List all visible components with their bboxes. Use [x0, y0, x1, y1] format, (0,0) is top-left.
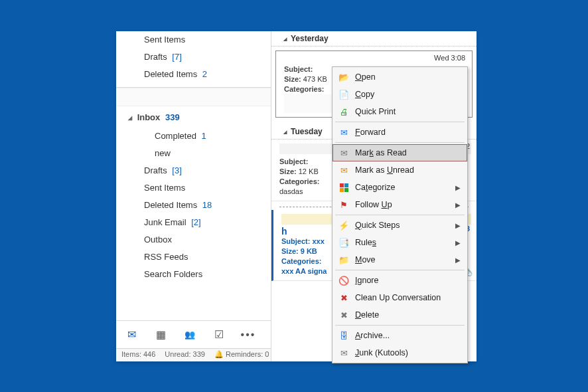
menu-markunread[interactable]: ✉Mark as Unread — [332, 161, 467, 179]
rules-icon: 📑 — [336, 238, 351, 248]
message-time: Wed 3:08 — [434, 54, 465, 62]
folder-item[interactable]: Sent Items — [116, 179, 271, 197]
menu-label: Quick Print — [351, 107, 461, 116]
menu-separator — [335, 325, 465, 326]
delete-icon: ✖ — [336, 310, 351, 320]
folder-count: 339 — [165, 112, 180, 122]
more-icon[interactable]: ••• — [240, 326, 257, 343]
menu-archive[interactable]: 🗄Archive... — [332, 327, 467, 344]
status-items: Items: 446 — [121, 350, 155, 360]
status-reminders: 🔔 Reminders: 0 — [214, 350, 269, 360]
folder-list: Sent ItemsDrafts [7]Deleted Items 2 Inbo… — [116, 31, 271, 320]
menu-label: Clean Up Conversation — [351, 293, 461, 302]
menu-separator — [335, 215, 465, 215]
submenu-arrow-icon: ▶ — [455, 201, 461, 209]
menu-label: Follow Up — [351, 200, 455, 209]
archive-icon: 🗄 — [336, 331, 351, 341]
menu-label: Forward — [351, 128, 461, 137]
folder-count: [7] — [170, 52, 182, 62]
status-bar: Items: 446 Unread: 339 🔔 Reminders: 0 — [116, 348, 271, 361]
folder-count: 18 — [200, 200, 212, 210]
menu-print[interactable]: 🖨Quick Print — [332, 103, 467, 120]
cleanup-icon: ✖ — [336, 293, 351, 303]
menu-label: Rules — [351, 238, 455, 247]
menu-markread[interactable]: ✉Mark as Read — [332, 144, 467, 161]
submenu-arrow-icon: ▶ — [455, 222, 461, 229]
mail-icon[interactable]: ✉ — [123, 326, 140, 343]
folder-item[interactable]: Deleted Items 2 — [116, 66, 271, 83]
folder-inbox[interactable]: Inbox 339 — [116, 109, 271, 128]
folder-label: Drafts — [144, 165, 167, 175]
folder-label: Junk Email — [144, 217, 186, 227]
menu-junk[interactable]: ✉Junk (Kutools) — [332, 344, 467, 361]
folder-pane: Sent ItemsDrafts [7]Deleted Items 2 Inbo… — [116, 31, 271, 361]
folder-label: Search Folders — [144, 269, 202, 279]
folder-item[interactable]: Sent Items — [116, 31, 271, 49]
categorize-icon — [336, 183, 351, 192]
menu-label: Archive... — [351, 331, 461, 340]
markunread-icon: ✉ — [336, 165, 351, 175]
calendar-icon[interactable]: ▦ — [152, 326, 169, 343]
folder-label: Outbox — [144, 235, 172, 245]
folder-item[interactable]: Drafts [7] — [116, 49, 271, 66]
menu-rules[interactable]: 📑Rules▶ — [332, 234, 467, 251]
menu-label: Quick Steps — [351, 221, 455, 230]
folder-item[interactable]: Search Folders — [116, 266, 271, 283]
folder-label: Sent Items — [144, 35, 185, 45]
submenu-arrow-icon: ▶ — [455, 256, 461, 264]
group-yesterday[interactable]: Yesterday — [271, 31, 477, 47]
folder-label: Deleted Items — [144, 200, 197, 210]
folder-item[interactable]: Drafts [3] — [116, 162, 271, 179]
markread-icon: ✉ — [336, 148, 351, 158]
status-unread: Unread: 339 — [165, 350, 205, 360]
folder-count: 2 — [200, 69, 207, 79]
menu-followup[interactable]: ⚑Follow Up▶ — [332, 196, 467, 213]
move-icon: 📁 — [336, 255, 351, 265]
people-icon[interactable]: 👥 — [181, 326, 198, 343]
folder-item[interactable]: Junk Email [2] — [116, 214, 271, 231]
folder-item[interactable]: Outbox — [116, 231, 271, 248]
folder-label: Drafts — [144, 52, 167, 62]
menu-move[interactable]: 📁Move▶ — [332, 251, 467, 268]
menu-separator — [335, 270, 465, 270]
folder-item[interactable]: Completed 1 — [116, 128, 271, 145]
forward-icon: ✉ — [336, 128, 351, 138]
menu-separator — [335, 142, 465, 143]
menu-label: Junk (Kutools) — [351, 348, 461, 357]
menu-categorize[interactable]: Categorize▶ — [332, 179, 467, 196]
context-menu: 📂Open📄Copy🖨Quick Print✉Forward✉Mark as R… — [332, 66, 468, 363]
followup-icon: ⚑ — [336, 200, 351, 210]
folder-count: 1 — [199, 131, 206, 141]
folder-label: Sent Items — [144, 183, 185, 193]
menu-copy[interactable]: 📄Copy — [332, 86, 467, 103]
menu-open[interactable]: 📂Open — [332, 68, 467, 86]
menu-label: Ignore — [351, 276, 461, 285]
menu-quicksteps[interactable]: ⚡Quick Steps▶ — [332, 217, 467, 234]
folder-count: [3] — [170, 165, 182, 175]
menu-ignore[interactable]: 🚫Ignore — [332, 272, 467, 289]
folder-item[interactable]: RSS Feeds — [116, 248, 271, 266]
nav-bar: ✉ ▦ 👥 ☑ ••• — [116, 320, 271, 348]
folder-label: Completed — [155, 131, 196, 141]
print-icon: 🖨 — [336, 107, 351, 117]
menu-label: Mark as Read — [351, 148, 461, 157]
ignore-icon: 🚫 — [336, 276, 351, 286]
folder-item[interactable]: new — [116, 145, 271, 162]
menu-separator — [335, 122, 465, 122]
submenu-arrow-icon: ▶ — [455, 184, 461, 191]
menu-forward[interactable]: ✉Forward — [332, 124, 467, 141]
menu-label: Open — [351, 72, 461, 82]
folder-item[interactable]: Deleted Items 18 — [116, 197, 271, 214]
menu-label: Categorize — [351, 183, 455, 192]
quicksteps-icon: ⚡ — [336, 221, 351, 231]
folder-label: Inbox — [137, 112, 161, 122]
tasks-icon[interactable]: ☑ — [210, 326, 228, 343]
menu-cleanup[interactable]: ✖Clean Up Conversation — [332, 289, 467, 306]
folder-label: Deleted Items — [144, 69, 197, 79]
menu-label: Copy — [351, 90, 461, 99]
folder-label: RSS Feeds — [144, 252, 188, 262]
folder-label: new — [155, 148, 171, 158]
menu-delete[interactable]: ✖Delete — [332, 306, 467, 324]
junk-icon: ✉ — [336, 348, 351, 358]
folder-count: [2] — [189, 217, 201, 227]
